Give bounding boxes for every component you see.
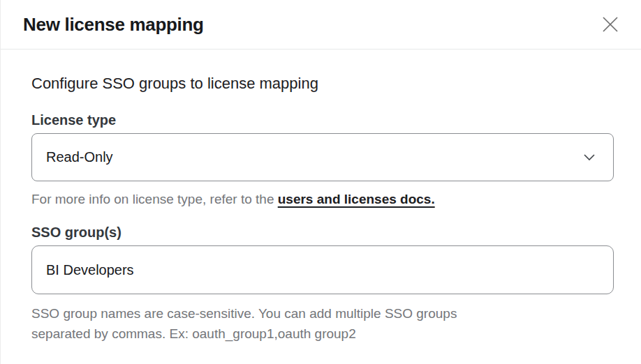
license-type-select[interactable]: Read-Only (31, 133, 614, 181)
sso-groups-help: SSO group names are case-sensitive. You … (31, 303, 613, 344)
license-type-selected-value: Read-Only (46, 149, 113, 165)
new-license-mapping-modal: New license mapping Configure SSO groups… (0, 0, 641, 364)
sso-groups-label: SSO group(s) (31, 225, 613, 241)
sso-groups-help-line-2: separated by commas. Ex: oauth_group1,oa… (31, 324, 613, 344)
sso-groups-input[interactable] (31, 245, 614, 294)
license-type-label: License type (31, 112, 613, 128)
sso-groups-help-line-1: SSO group names are case-sensitive. You … (31, 303, 613, 324)
modal-title: New license mapping (23, 14, 204, 36)
chevron-down-icon (584, 154, 595, 160)
close-icon (601, 15, 619, 33)
users-and-licenses-docs-link[interactable]: users and licenses docs. (278, 192, 435, 206)
close-button[interactable] (598, 12, 623, 37)
license-type-help-text: For more info on license type, refer to … (31, 192, 278, 206)
license-type-help: For more info on license type, refer to … (31, 190, 613, 208)
modal-body: Configure SSO groups to license mapping … (1, 50, 641, 344)
form-heading: Configure SSO groups to license mapping (31, 75, 613, 93)
modal-header: New license mapping (1, 0, 641, 50)
